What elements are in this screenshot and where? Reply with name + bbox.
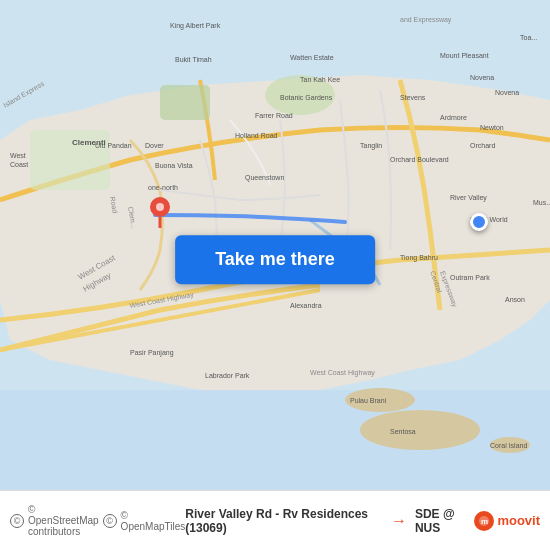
svg-text:Queenstown: Queenstown — [245, 174, 284, 182]
svg-text:Novena: Novena — [470, 74, 494, 81]
route-arrow-icon: → — [391, 512, 407, 530]
svg-text:Coral Island: Coral Island — [490, 442, 527, 449]
svg-text:Alexandra: Alexandra — [290, 302, 322, 309]
svg-text:Novena: Novena — [495, 89, 519, 96]
svg-text:Tanglin: Tanglin — [360, 142, 382, 150]
svg-text:Mus...: Mus... — [533, 199, 550, 206]
svg-text:Tiong Bahru: Tiong Bahru — [400, 254, 438, 262]
svg-text:Toa...: Toa... — [520, 34, 537, 41]
origin-pin — [148, 196, 172, 232]
take-me-there-button[interactable]: Take me there — [175, 235, 375, 284]
svg-text:Bukit Timah: Bukit Timah — [175, 56, 212, 63]
svg-text:Orchard Boulevard: Orchard Boulevard — [390, 156, 449, 163]
destination-dot — [470, 213, 488, 231]
svg-text:West: West — [10, 152, 26, 159]
svg-text:m: m — [481, 517, 488, 526]
svg-text:Outram Park: Outram Park — [450, 274, 490, 281]
svg-text:Anson: Anson — [505, 296, 525, 303]
destination-label: SDE @ NUS — [415, 507, 474, 535]
svg-text:Pasir Panjang: Pasir Panjang — [130, 349, 174, 357]
omt-text: © OpenMapTiles — [121, 510, 186, 532]
origin-label: River Valley Rd - Rv Residences (13069) — [185, 507, 383, 535]
svg-text:Buona Vista: Buona Vista — [155, 162, 193, 169]
svg-text:and Expressway: and Expressway — [400, 16, 452, 24]
svg-text:Botanic Gardens: Botanic Gardens — [280, 94, 333, 101]
svg-point-60 — [156, 203, 164, 211]
map-container: Island Express Bukit Timah Watten Estate… — [0, 0, 550, 490]
svg-text:Newton: Newton — [480, 124, 504, 131]
svg-text:Tan Kah Kee: Tan Kah Kee — [300, 76, 340, 83]
osm-text: © OpenStreetMap contributors — [28, 504, 99, 537]
svg-text:Pulau Brani: Pulau Brani — [350, 397, 387, 404]
svg-text:West Coast Highway: West Coast Highway — [310, 369, 375, 377]
route-info: River Valley Rd - Rv Residences (13069) … — [185, 507, 474, 535]
svg-text:River Valley: River Valley — [450, 194, 487, 202]
footer: © © OpenStreetMap contributors © © OpenM… — [0, 490, 550, 550]
moovit-logo: m moovit — [474, 511, 540, 531]
moovit-brand-text: moovit — [497, 513, 540, 528]
svg-text:Mount Pleasant: Mount Pleasant — [440, 52, 489, 59]
moovit-icon: m — [474, 511, 494, 531]
svg-text:one-north: one-north — [148, 184, 178, 191]
svg-text:Labrador Park: Labrador Park — [205, 372, 250, 379]
svg-text:Watten Estate: Watten Estate — [290, 54, 334, 61]
svg-text:Ardmore: Ardmore — [440, 114, 467, 121]
osm-icon: © — [10, 514, 24, 528]
svg-rect-3 — [160, 85, 210, 120]
svg-text:Orchard: Orchard — [470, 142, 495, 149]
svg-text:Farrer Road: Farrer Road — [255, 112, 293, 119]
svg-text:Coast: Coast — [10, 161, 28, 168]
omt-icon: © — [103, 514, 117, 528]
svg-text:Holland Road: Holland Road — [235, 132, 278, 139]
svg-text:Sentosa: Sentosa — [390, 428, 416, 435]
svg-text:King Albert Park: King Albert Park — [170, 22, 221, 30]
svg-text:Stevens: Stevens — [400, 94, 426, 101]
copyright-info: © © OpenStreetMap contributors © © OpenM… — [10, 504, 185, 537]
svg-text:Dover: Dover — [145, 142, 164, 149]
svg-point-6 — [360, 410, 480, 450]
svg-text:Ulu Pandan: Ulu Pandan — [95, 142, 132, 149]
